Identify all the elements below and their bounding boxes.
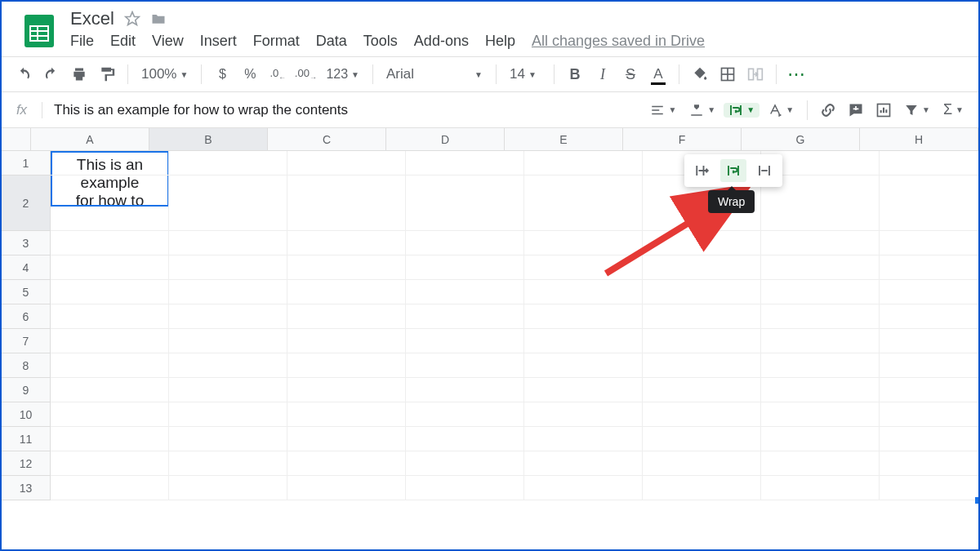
- row-header-1[interactable]: 1: [2, 151, 51, 176]
- menu-format[interactable]: Format: [253, 33, 300, 50]
- row-header-12[interactable]: 12: [2, 451, 51, 476]
- cell[interactable]: [287, 231, 406, 256]
- formula-input[interactable]: This is an example for how to wrap the c…: [42, 102, 645, 118]
- row-header-10[interactable]: 10: [2, 402, 51, 427]
- cell[interactable]: [51, 256, 169, 280]
- cell[interactable]: [524, 151, 643, 176]
- cell[interactable]: [761, 427, 880, 451]
- cell[interactable]: [51, 476, 169, 500]
- cell[interactable]: [406, 280, 524, 304]
- save-status[interactable]: All changes saved in Drive: [532, 33, 705, 50]
- cell[interactable]: [51, 402, 169, 427]
- cell[interactable]: [287, 280, 406, 304]
- cell[interactable]: [169, 304, 287, 329]
- cell[interactable]: [761, 476, 880, 500]
- cell[interactable]: [51, 151, 169, 176]
- cell[interactable]: [524, 353, 643, 378]
- cell[interactable]: [643, 402, 761, 427]
- cell[interactable]: [51, 231, 169, 256]
- cell[interactable]: [169, 378, 287, 402]
- menu-data[interactable]: Data: [316, 33, 347, 50]
- cell[interactable]: [880, 176, 980, 231]
- cell[interactable]: [880, 353, 980, 378]
- cell[interactable]: [880, 476, 980, 500]
- cell[interactable]: [643, 353, 761, 378]
- cell[interactable]: [287, 256, 406, 280]
- cell[interactable]: [287, 451, 406, 476]
- redo-button[interactable]: [39, 62, 64, 87]
- text-color-button[interactable]: A: [646, 62, 670, 87]
- cell[interactable]: [524, 378, 643, 402]
- cell[interactable]: [880, 329, 980, 353]
- cell[interactable]: [51, 353, 169, 378]
- cell[interactable]: [761, 231, 880, 256]
- cell[interactable]: [761, 280, 880, 304]
- cell[interactable]: [761, 378, 880, 402]
- horizontal-align-dropdown[interactable]: ▼: [645, 103, 681, 118]
- cell[interactable]: [287, 378, 406, 402]
- folder-icon[interactable]: [150, 11, 167, 27]
- cell[interactable]: [880, 256, 980, 280]
- cell[interactable]: [880, 378, 980, 402]
- filter-dropdown[interactable]: ▼: [899, 103, 935, 118]
- cell[interactable]: [643, 378, 761, 402]
- cell[interactable]: [524, 304, 643, 329]
- row-header-9[interactable]: 9: [2, 378, 51, 402]
- cell[interactable]: [406, 402, 524, 427]
- cell[interactable]: [169, 256, 287, 280]
- bold-button[interactable]: B: [563, 62, 587, 87]
- cell[interactable]: [51, 329, 169, 353]
- paint-format-button[interactable]: [95, 62, 119, 87]
- row-header-7[interactable]: 7: [2, 329, 51, 353]
- cell[interactable]: [169, 353, 287, 378]
- cell[interactable]: [524, 476, 643, 500]
- cell[interactable]: [406, 476, 524, 500]
- cell[interactable]: [406, 256, 524, 280]
- cell[interactable]: [169, 329, 287, 353]
- column-header-C[interactable]: C: [268, 128, 386, 151]
- cell[interactable]: [761, 402, 880, 427]
- cell[interactable]: [287, 176, 406, 231]
- font-family-dropdown[interactable]: Arial▼: [381, 66, 488, 82]
- cell[interactable]: [51, 176, 169, 231]
- menu-tools[interactable]: Tools: [363, 33, 398, 50]
- cell[interactable]: [406, 151, 524, 176]
- cell[interactable]: [287, 427, 406, 451]
- cell[interactable]: [51, 280, 169, 304]
- cell[interactable]: [761, 329, 880, 353]
- text-rotation-dropdown[interactable]: ▼: [763, 103, 799, 118]
- row-header-5[interactable]: 5: [2, 280, 51, 304]
- fill-color-button[interactable]: [688, 62, 712, 87]
- menu-file[interactable]: File: [70, 33, 94, 50]
- cell[interactable]: [406, 329, 524, 353]
- cell[interactable]: [880, 402, 980, 427]
- functions-dropdown[interactable]: Σ▼: [938, 101, 969, 118]
- star-icon[interactable]: [124, 11, 140, 27]
- vertical-align-dropdown[interactable]: ▼: [684, 103, 720, 118]
- column-header-G[interactable]: G: [742, 128, 860, 151]
- insert-comment-button[interactable]: [844, 98, 868, 122]
- cell[interactable]: [406, 231, 524, 256]
- cell[interactable]: [880, 451, 980, 476]
- menu-edit[interactable]: Edit: [110, 33, 136, 50]
- cell[interactable]: [287, 329, 406, 353]
- cell[interactable]: [169, 176, 287, 231]
- cell[interactable]: [524, 427, 643, 451]
- document-title[interactable]: Excel: [70, 8, 114, 29]
- cell[interactable]: [406, 378, 524, 402]
- cell[interactable]: [643, 280, 761, 304]
- cell[interactable]: [287, 476, 406, 500]
- column-header-B[interactable]: B: [149, 128, 268, 151]
- decrease-decimal-button[interactable]: .0←: [265, 62, 290, 87]
- zoom-dropdown[interactable]: 100%▼: [136, 66, 193, 82]
- cell[interactable]: [761, 451, 880, 476]
- cell[interactable]: [643, 427, 761, 451]
- cell[interactable]: [287, 353, 406, 378]
- row-header-2[interactable]: 2: [2, 176, 51, 231]
- cell[interactable]: [880, 151, 980, 176]
- cell[interactable]: [524, 402, 643, 427]
- cell[interactable]: [880, 280, 980, 304]
- cell[interactable]: [643, 304, 761, 329]
- cell[interactable]: [169, 280, 287, 304]
- row-header-6[interactable]: 6: [2, 304, 51, 329]
